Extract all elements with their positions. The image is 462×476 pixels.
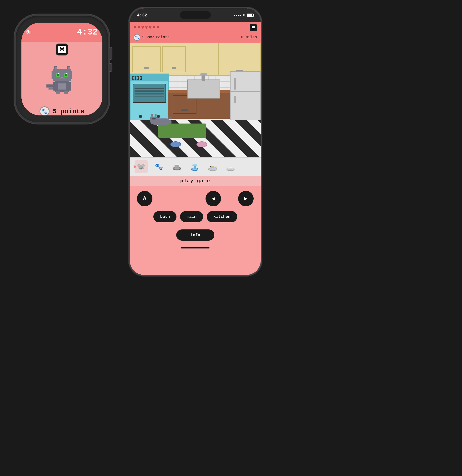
item-slot-bowl[interactable] [170, 160, 183, 173]
stove-top [131, 74, 168, 81]
home-bar[interactable] [181, 247, 209, 248]
burner-6 [135, 78, 136, 80]
watch-crown-top [109, 47, 113, 60]
watch-distance: 0m [26, 29, 32, 35]
game-scene[interactable] [130, 42, 261, 157]
svg-rect-4 [63, 49, 64, 50]
svg-rect-24 [68, 82, 71, 91]
btn-right[interactable]: ▶ [238, 191, 254, 206]
phone-power-btn[interactable] [261, 68, 262, 92]
btn-info[interactable]: info [176, 230, 215, 241]
svg-rect-39 [152, 119, 156, 119]
paw-icon: 🐾 [134, 34, 140, 41]
heart-6: ♥ [153, 25, 156, 30]
fridge-divider [231, 91, 260, 92]
svg-rect-5 [61, 50, 63, 51]
svg-rect-21 [63, 78, 65, 79]
btn-bath[interactable]: bath [153, 211, 176, 222]
battery-icon [247, 14, 254, 17]
svg-rect-10 [53, 69, 71, 81]
phone-vol-down-btn[interactable] [129, 92, 129, 111]
btn-bath-label: bath [160, 214, 170, 219]
burner-4 [140, 76, 142, 77]
phone-vol-up-btn[interactable] [129, 68, 129, 87]
paw-points: 🐾 5 Paw Points [134, 34, 170, 41]
item-slot-mouse[interactable]: 🐭 [135, 160, 148, 173]
battery-fill [247, 14, 252, 17]
svg-rect-37 [151, 114, 153, 117]
miles-label: 0 Miles [241, 35, 257, 40]
game-controls: A ◀ ▶ [130, 186, 261, 211]
svg-rect-28 [49, 88, 53, 90]
btn-kitchen[interactable]: kitchen [207, 211, 237, 222]
burner-row-2 [132, 78, 167, 80]
svg-rect-16 [65, 74, 67, 76]
hearts-row: ♥ ♥ ♥ ♥ ♥ ♥ ♥ [134, 25, 159, 30]
svg-rect-38 [155, 114, 157, 117]
svg-rect-29 [58, 83, 66, 89]
item-slot-plates[interactable] [224, 160, 237, 173]
burner-8 [140, 78, 142, 80]
svg-rect-36 [150, 117, 157, 123]
signal-dot-3 [238, 15, 239, 16]
btn-left[interactable]: ◀ [206, 191, 221, 206]
svg-point-53 [210, 166, 211, 167]
svg-rect-2 [60, 48, 64, 51]
item-slot-paw[interactable]: 🐾 [152, 160, 166, 173]
btn-a-label: A [143, 196, 146, 202]
watch-icon-inner [58, 46, 66, 53]
btn-main[interactable]: main [180, 211, 203, 222]
svg-rect-3 [60, 49, 61, 50]
info-area: info [130, 227, 261, 245]
watch-points-bar: 🐾 5 points [21, 103, 102, 115]
wifi-icon: ⌘ [243, 13, 245, 18]
svg-rect-8 [55, 67, 57, 69]
svg-rect-32 [252, 29, 254, 29]
play-game-text: play game [180, 178, 210, 184]
watch-device: 0m 4:32 [14, 14, 114, 128]
svg-rect-27 [46, 85, 53, 88]
svg-rect-49 [192, 164, 197, 166]
faucet-head [200, 73, 207, 76]
burner-7 [137, 78, 139, 80]
counter-handle [181, 110, 188, 111]
phone-mute-btn[interactable] [129, 51, 129, 63]
card-icon[interactable] [250, 24, 257, 31]
watch-cat-area [21, 55, 102, 103]
btn-kitchen-label: kitchen [213, 214, 230, 219]
signal-dot-4 [240, 15, 241, 16]
phone-screen: 4:32 ⌘ [130, 8, 261, 275]
phone-dynamic-island [180, 11, 211, 19]
item-slot-fish[interactable] [206, 160, 219, 173]
cabinet-left [132, 46, 161, 72]
svg-rect-26 [64, 91, 68, 94]
btn-a[interactable]: A [137, 191, 152, 206]
svg-rect-35 [168, 120, 172, 124]
food-bowl-2 [196, 141, 207, 147]
burner-1 [132, 76, 134, 77]
play-game-label: play game [130, 176, 261, 186]
stats-row: 🐾 5 Paw Points 0 Miles [130, 33, 261, 42]
cabinet-mid-left [162, 46, 186, 72]
phone-status-icons: ⌘ [234, 13, 254, 18]
svg-rect-9 [68, 67, 70, 69]
cat-floor [149, 113, 173, 127]
kitchen-background [130, 42, 261, 157]
btn-left-label: ◀ [212, 196, 215, 202]
svg-rect-18 [66, 73, 67, 74]
btn-main-label: main [187, 214, 196, 219]
cabinet-right [218, 42, 261, 76]
heart-7: ♥ [157, 25, 159, 30]
svg-rect-23 [53, 82, 56, 91]
watch-body: 0m 4:32 [14, 14, 110, 124]
svg-point-58 [228, 167, 233, 169]
fridge-handle-top [234, 78, 236, 90]
phone-time: 4:32 [137, 13, 147, 18]
btn-right-label: ▶ [244, 196, 247, 202]
item-slot-water[interactable] [188, 160, 201, 173]
signal-dot-1 [234, 15, 235, 16]
heart-3: ♥ [141, 25, 144, 30]
watch-top-bar: 0m 4:32 [21, 23, 102, 42]
burner-5 [132, 78, 134, 80]
food-bowl-1 [170, 141, 181, 147]
